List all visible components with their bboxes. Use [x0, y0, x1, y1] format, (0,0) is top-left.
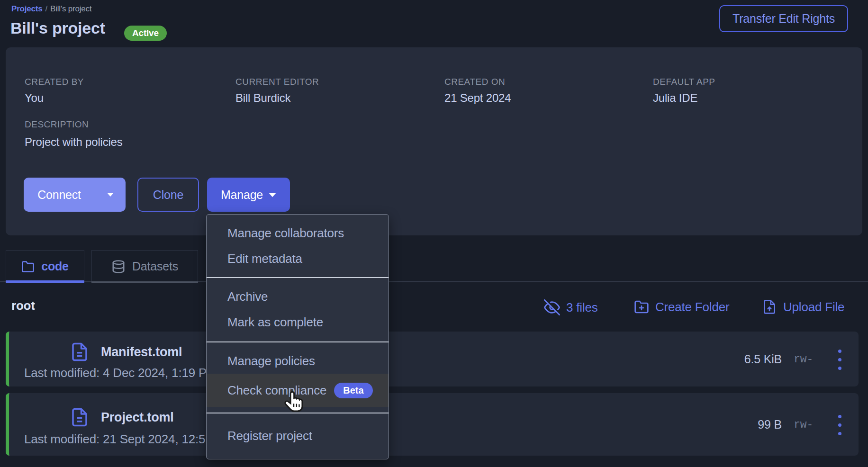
menu-item-mark-as-complete[interactable]: Mark as complete	[207, 309, 389, 335]
file-name[interactable]: Project.toml	[101, 410, 174, 425]
default-app-label: DEFAULT APP	[653, 77, 715, 87]
check-compliance-label: Check compliance	[227, 383, 326, 398]
current-folder-label: root	[11, 298, 35, 313]
project-info-panel: CREATED BY You CURRENT EDITOR Bill Burdi…	[6, 47, 862, 235]
connect-split-button[interactable]: Connect	[24, 178, 126, 212]
transfer-edit-rights-button[interactable]: Transfer Edit Rights	[719, 5, 848, 32]
current-editor-label: CURRENT EDITOR	[235, 77, 319, 87]
folder-plus-icon	[634, 299, 649, 314]
file-row-project[interactable]: Project.toml Last modified: 21 Sept 2024…	[6, 393, 859, 456]
page-title: Bill's project	[10, 19, 105, 37]
active-tab-underline	[6, 280, 84, 283]
manage-button-label: Manage	[221, 188, 263, 202]
upload-file-label: Upload File	[783, 300, 844, 314]
inactive-tab-underline	[91, 281, 198, 283]
file-size: 99 B	[758, 418, 782, 431]
connect-button-label[interactable]: Connect	[24, 178, 95, 212]
current-editor-value: Bill Burdick	[235, 91, 290, 105]
hidden-files-count[interactable]: 3 files	[544, 299, 598, 315]
chevron-down-icon	[107, 193, 114, 197]
project-page: Projects/Bill's project Bill's project A…	[0, 0, 868, 467]
menu-divider	[207, 277, 389, 278]
upload-file-button[interactable]: Upload File	[762, 299, 844, 314]
file-size: 6.5 KiB	[744, 352, 782, 366]
manage-button[interactable]: Manage	[207, 178, 290, 212]
tab-code-label: code	[41, 260, 69, 273]
file-icon	[70, 407, 90, 427]
manage-dropdown-menu: Manage collaborators Edit metadata Archi…	[206, 214, 389, 459]
clone-button[interactable]: Clone	[137, 178, 199, 212]
description-value: Project with policies	[25, 135, 123, 149]
file-upload-icon	[762, 299, 777, 314]
description-label: DESCRIPTION	[25, 119, 89, 130]
breadcrumb: Projects/Bill's project	[11, 4, 91, 14]
menu-item-edit-metadata[interactable]: Edit metadata	[207, 246, 389, 271]
status-badge: Active	[124, 26, 167, 41]
breadcrumb-current: Bill's project	[50, 4, 91, 13]
file-modified: Last modified: 21 Sept 2024, 12:5	[24, 432, 205, 447]
file-menu-kebab-icon[interactable]	[835, 347, 844, 373]
tab-code[interactable]: code	[6, 250, 84, 282]
connect-dropdown-toggle[interactable]	[95, 178, 126, 212]
breadcrumb-separator: /	[45, 4, 48, 13]
folder-icon	[21, 260, 35, 273]
menu-item-archive[interactable]: Archive	[207, 284, 389, 309]
menu-divider	[207, 413, 389, 413]
chevron-down-icon	[269, 193, 276, 197]
create-folder-button[interactable]: Create Folder	[634, 299, 729, 314]
database-icon	[111, 260, 126, 274]
created-on-value: 21 Sept 2024	[444, 91, 511, 105]
default-app-value: Julia IDE	[653, 91, 697, 105]
beta-badge: Beta	[334, 383, 372, 398]
file-menu-kebab-icon[interactable]	[835, 412, 844, 438]
menu-item-register-project[interactable]: Register project	[207, 420, 389, 451]
create-folder-label: Create Folder	[655, 300, 729, 314]
menu-divider	[207, 341, 389, 342]
tab-datasets-label: Datasets	[132, 260, 178, 273]
file-icon	[70, 342, 90, 362]
file-permissions: rw-	[794, 419, 813, 431]
menu-item-check-compliance[interactable]: Check compliance Beta	[207, 374, 389, 407]
file-permissions: rw-	[794, 353, 813, 366]
created-by-value: You	[25, 91, 44, 105]
files-count-label: 3 files	[566, 300, 598, 315]
breadcrumb-projects-link[interactable]: Projects	[11, 4, 43, 13]
eye-off-icon	[544, 299, 560, 315]
menu-item-manage-policies[interactable]: Manage policies	[207, 348, 389, 374]
created-by-label: CREATED BY	[25, 77, 84, 87]
menu-item-manage-collaborators[interactable]: Manage collaborators	[207, 220, 389, 246]
file-modified: Last modified: 4 Dec 2024, 1:19 P	[24, 366, 207, 380]
file-row-manifest[interactable]: Manifest.toml Last modified: 4 Dec 2024,…	[6, 332, 859, 386]
file-name[interactable]: Manifest.toml	[101, 345, 182, 359]
tab-datasets[interactable]: Datasets	[91, 250, 198, 282]
created-on-label: CREATED ON	[444, 77, 505, 87]
